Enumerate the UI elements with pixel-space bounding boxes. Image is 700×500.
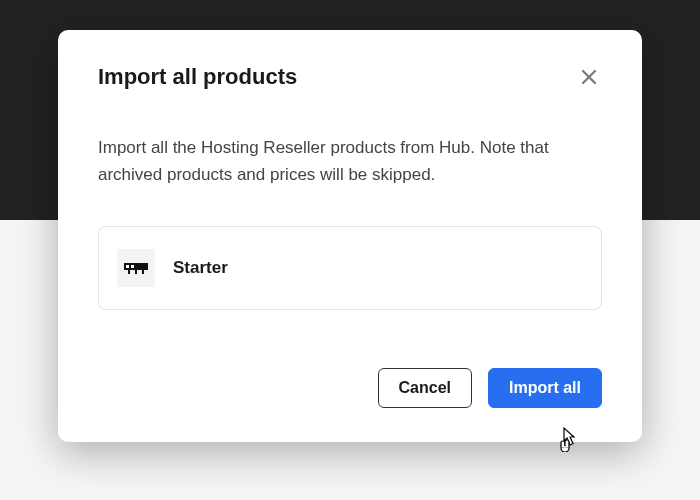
product-label: Starter xyxy=(173,258,228,278)
modal-header: Import all products xyxy=(98,64,602,90)
product-icon-wrap xyxy=(117,249,155,287)
modal-description: Import all the Hosting Reseller products… xyxy=(98,134,602,188)
cancel-button[interactable]: Cancel xyxy=(378,368,472,408)
close-button[interactable] xyxy=(576,64,602,90)
import-all-button[interactable]: Import all xyxy=(488,368,602,408)
svg-rect-3 xyxy=(126,265,129,268)
modal-footer: Cancel Import all xyxy=(98,368,602,408)
hosting-icon xyxy=(123,260,149,276)
svg-rect-4 xyxy=(131,265,134,268)
close-icon xyxy=(580,68,598,86)
modal-title: Import all products xyxy=(98,64,297,90)
product-card: Starter xyxy=(98,226,602,310)
import-products-modal: Import all products Import all the Hosti… xyxy=(58,30,642,442)
